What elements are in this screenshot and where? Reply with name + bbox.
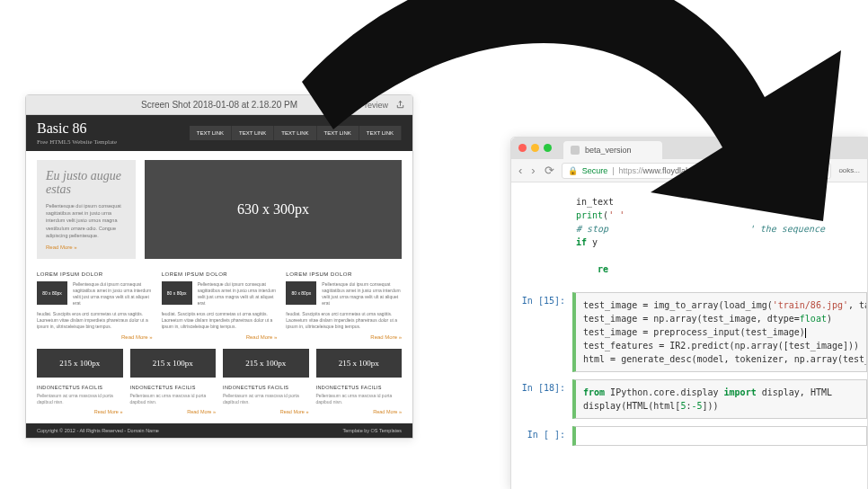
minimize-window-icon[interactable] <box>531 144 539 152</box>
open-with-label[interactable]: Open with Preview <box>321 101 388 110</box>
column-body: feudiat. Suscipits eros orci commetas ut… <box>162 311 278 330</box>
notebook-cell[interactable]: In [ ]: <box>520 426 867 446</box>
caption-readmore-link[interactable]: Read More » <box>223 409 309 414</box>
url-host: www.floydlabs.co <box>643 166 705 175</box>
chrome-window: beta_version ‹ › ⟳ 🔒 Secure | https://ww… <box>510 137 868 489</box>
cell-input[interactable]: test_image = img_to_array(load_img('trai… <box>572 292 867 372</box>
cell-input[interactable]: from IPython.core.display import display… <box>572 379 867 419</box>
column-intro: Pellentesque dui ipsum consequat sagitta… <box>73 281 153 307</box>
caption-body: Pellentasum ac urna mascssa id porta dap… <box>223 393 309 405</box>
chrome-toolbar: ‹ › ⟳ 🔒 Secure | https://www.floydlabs.c… <box>511 159 867 182</box>
caption-heading: INDONECTETUS FACILIS <box>316 385 403 390</box>
column-readmore-link[interactable]: Read More » <box>162 334 278 340</box>
cell-input[interactable] <box>572 426 867 446</box>
tab-title: beta_version <box>585 146 632 155</box>
column-readmore-link[interactable]: Read More » <box>286 334 402 340</box>
template-nav: TEXT LINK TEXT LINK TEXT LINK TEXT LINK … <box>190 126 402 140</box>
caption-readmore-link[interactable]: Read More » <box>130 409 217 414</box>
nav-link[interactable]: TEXT LINK <box>232 126 274 140</box>
tile-placeholder: 215 x 100px <box>223 349 309 378</box>
tab-favicon <box>571 146 580 155</box>
footer-left: Copyright © 2012 - All Rights Reserved -… <box>37 428 159 433</box>
jupyter-notebook: in_text print(' ' # stop ' the sequence … <box>511 182 867 462</box>
footer-right: Template by OS Templates <box>342 428 402 433</box>
address-bar[interactable]: 🔒 Secure | https://www.floydlabs.co <box>562 163 832 179</box>
nav-link[interactable]: TEXT LINK <box>317 126 359 140</box>
cell-prompt: In [15]: <box>520 292 572 372</box>
nav-link[interactable]: TEXT LINK <box>359 126 402 140</box>
cell-prompt: In [ ]: <box>520 426 572 446</box>
chrome-tab-strip: beta_version <box>511 138 867 159</box>
column-body: feudiat. Suscipits eros orci commetas ut… <box>37 311 153 330</box>
tile-placeholder: 215 x 100px <box>316 349 403 378</box>
column-body: feudiat. Suscipits eros orci commetas ut… <box>286 311 402 330</box>
caption-readmore-link[interactable]: Read More » <box>316 409 403 414</box>
window-traffic-lights[interactable] <box>518 144 552 152</box>
caption-readmore-link[interactable]: Read More » <box>37 409 123 414</box>
browser-tab[interactable]: beta_version <box>563 141 662 159</box>
lock-icon: 🔒 <box>568 166 578 175</box>
close-window-icon[interactable] <box>518 144 527 152</box>
hero-readmore-link[interactable]: Read More » <box>46 244 127 250</box>
nav-link[interactable]: TEXT LINK <box>274 126 316 140</box>
column-heading: LOREM IPSUM DOLOR <box>37 271 153 277</box>
preview-title: Screen Shot 2018-01-08 at 2.18.20 PM <box>141 100 297 110</box>
caption-body: Pellentasum ac urna mascssa id porta dap… <box>316 393 403 405</box>
template-columns: LOREM IPSUM DOLOR 80 x 80px Pellentesque… <box>26 268 412 349</box>
secure-label: Secure <box>582 166 608 175</box>
caption-heading: INDONECTETUS FACILIS <box>223 385 309 390</box>
notebook-cell[interactable]: In [18]: from IPython.core.display impor… <box>520 379 867 419</box>
template-title: Basic 86 <box>37 120 87 136</box>
code-fragment: in_text print(' ' # stop ' the sequence … <box>520 191 867 285</box>
hero-heading: Eu justo augue estas <box>46 169 127 197</box>
caption-body: Pellentasum ac urna mascssa id porta dap… <box>130 393 217 405</box>
column-thumb-placeholder: 80 x 80px <box>162 281 192 305</box>
notebook-cell[interactable]: In [15]: test_image = img_to_array(load_… <box>520 292 867 372</box>
column-intro: Pellentesque dui ipsum consequat sagitta… <box>322 281 402 307</box>
breadcrumb-fragment: ooks... <box>838 166 860 174</box>
hero-body: Pellentesque dui ipsum consequat sagitta… <box>46 202 127 239</box>
column-readmore-link[interactable]: Read More » <box>37 334 153 340</box>
preview-window: Screen Shot 2018-01-08 at 2.18.20 PM Ope… <box>25 94 413 439</box>
template-header: Basic 86 Free HTML5 Website Template TEX… <box>26 115 412 151</box>
column-thumb-placeholder: 80 x 80px <box>286 281 316 305</box>
website-template-preview: Basic 86 Free HTML5 Website Template TEX… <box>26 115 412 438</box>
template-tile-row: 215 x 100px 215 x 100px 215 x 100px 215 … <box>26 349 412 385</box>
tile-placeholder: 215 x 100px <box>37 349 123 378</box>
nav-link[interactable]: TEXT LINK <box>190 126 232 140</box>
maximize-window-icon[interactable] <box>544 144 552 152</box>
caption-heading: INDONECTETUS FACILIS <box>37 385 123 390</box>
url-prefix: https:// <box>619 166 643 175</box>
template-subtitle: Free HTML5 Website Template <box>37 138 117 146</box>
template-footer: Copyright © 2012 - All Rights Reserved -… <box>26 423 412 438</box>
forward-icon[interactable]: › <box>531 164 535 176</box>
column-heading: LOREM IPSUM DOLOR <box>286 271 402 277</box>
share-icon[interactable] <box>395 100 405 110</box>
back-icon[interactable]: ‹ <box>518 164 522 176</box>
reload-icon[interactable]: ⟳ <box>545 164 554 176</box>
caption-heading: INDONECTETUS FACILIS <box>130 385 217 390</box>
column-thumb-placeholder: 80 x 80px <box>37 281 67 305</box>
caption-body: Pellentasum ac urna mascssa id porta dap… <box>37 393 123 405</box>
column-intro: Pellentesque dui ipsum consequat sagitta… <box>198 281 278 307</box>
tile-placeholder: 215 x 100px <box>130 349 217 378</box>
template-caption-row: INDONECTETUS FACILIS Pellentasum ac urna… <box>26 385 412 423</box>
template-hero: Eu justo augue estas Pellentesque dui ip… <box>26 151 412 268</box>
cell-prompt: In [18]: <box>520 379 572 419</box>
hero-image-placeholder: 630 x 300px <box>145 160 402 259</box>
column-heading: LOREM IPSUM DOLOR <box>162 271 278 277</box>
preview-titlebar[interactable]: Screen Shot 2018-01-08 at 2.18.20 PM Ope… <box>26 95 412 115</box>
